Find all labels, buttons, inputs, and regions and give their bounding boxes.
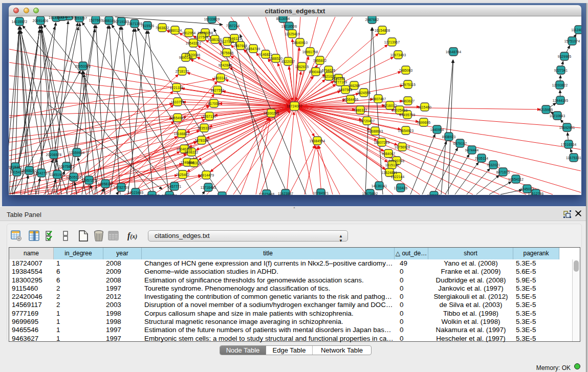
svg-text:3912954: 3912954	[182, 31, 196, 35]
svg-text:19654982: 19654982	[170, 116, 186, 120]
svg-text:2935114: 2935114	[475, 157, 488, 160]
svg-text:9115460: 9115460	[418, 105, 431, 109]
svg-text:9890144: 9890144	[179, 56, 193, 59]
svg-text:10120746: 10120746	[389, 159, 405, 163]
svg-text:9699695: 9699695	[417, 121, 431, 124]
svg-text:18724007: 18724007	[287, 104, 302, 108]
svg-text:19218506: 19218506	[281, 25, 297, 28]
svg-text:1733426: 1733426	[394, 186, 408, 190]
svg-text:19113307: 19113307	[55, 16, 70, 18]
svg-text:9463627: 9463627	[401, 99, 415, 103]
svg-text:10688603: 10688603	[367, 129, 383, 133]
svg-text:15226058: 15226058	[198, 31, 213, 35]
svg-text:9127508: 9127508	[221, 40, 234, 43]
svg-text:5878334: 5878334	[195, 139, 209, 142]
svg-text:6794028: 6794028	[322, 69, 336, 72]
svg-text:14035572: 14035572	[12, 20, 28, 24]
svg-text:10958117: 10958117	[98, 182, 113, 186]
svg-text:9329905: 9329905	[558, 55, 572, 58]
svg-text:9474444: 9474444	[465, 148, 479, 152]
svg-text:10782759: 10782759	[114, 186, 129, 189]
svg-text:9777169: 9777169	[334, 80, 347, 84]
svg-text:17359934: 17359934	[69, 151, 85, 155]
svg-text:19300295: 19300295	[264, 112, 279, 115]
svg-text:12023445: 12023445	[128, 191, 144, 194]
svg-text:10894067: 10894067	[214, 194, 230, 195]
svg-text:1522144: 1522144	[391, 175, 405, 179]
svg-text:7625402: 7625402	[176, 173, 190, 177]
svg-text:9127509: 9127509	[195, 35, 209, 39]
svg-text:10612746: 10612746	[528, 192, 544, 195]
svg-text:7986322: 7986322	[354, 108, 367, 112]
svg-text:3624554: 3624554	[357, 91, 371, 95]
svg-text:8427552: 8427552	[211, 89, 225, 92]
svg-text:7546123: 7546123	[228, 37, 242, 40]
svg-text:19166827: 19166827	[174, 132, 190, 136]
svg-text:10973493: 10973493	[390, 53, 406, 57]
svg-text:9948312: 9948312	[187, 161, 201, 165]
svg-text:12023448: 12023448	[259, 192, 275, 195]
svg-text:15720407: 15720407	[359, 119, 375, 123]
svg-text:1440954: 1440954	[430, 128, 444, 132]
svg-text:11325419: 11325419	[285, 32, 300, 36]
svg-text:10543362: 10543362	[186, 41, 202, 45]
svg-text:11124049: 11124049	[571, 28, 581, 32]
svg-text:1221338: 1221338	[170, 86, 184, 90]
svg-text:8938923: 8938923	[442, 135, 456, 139]
svg-text:12093822: 12093822	[552, 83, 568, 87]
svg-text:16033809: 16033809	[204, 17, 220, 21]
svg-text:9498222: 9498222	[185, 150, 199, 154]
svg-text:1451233: 1451233	[332, 77, 345, 80]
svg-text:6216012: 6216012	[383, 104, 397, 107]
svg-text:16648784: 16648784	[446, 50, 462, 54]
svg-text:16961758: 16961758	[302, 50, 318, 54]
svg-text:8471675: 8471675	[496, 170, 510, 174]
svg-text:9915301: 9915301	[9, 165, 23, 169]
svg-text:746266: 746266	[349, 84, 360, 87]
svg-text:16210643: 16210643	[550, 114, 565, 118]
svg-text:8322037: 8322037	[281, 60, 295, 63]
svg-text:11782736: 11782736	[162, 194, 177, 195]
svg-text:9472810: 9472810	[427, 194, 441, 195]
svg-text:3267130: 3267130	[203, 115, 216, 118]
svg-text:2867608: 2867608	[234, 44, 248, 48]
svg-text:18640910: 18640910	[292, 41, 308, 45]
svg-text:7803144: 7803144	[214, 76, 228, 80]
svg-text:14136141: 14136141	[372, 184, 387, 188]
svg-text:12213967: 12213967	[384, 40, 400, 44]
svg-text:10475892: 10475892	[362, 192, 378, 195]
svg-text:11923847: 11923847	[278, 192, 293, 195]
svg-text:17957225: 17957225	[81, 179, 97, 182]
svg-text:3875685: 3875685	[220, 51, 234, 55]
svg-text:1615132: 1615132	[385, 163, 399, 167]
svg-text:817006: 817006	[208, 102, 220, 105]
svg-text:18807249: 18807249	[374, 141, 390, 144]
svg-text:10923445: 10923445	[144, 194, 160, 195]
svg-text:9084067: 9084067	[382, 152, 396, 156]
svg-text:10654112: 10654112	[508, 178, 524, 181]
svg-text:12505115: 12505115	[66, 176, 81, 179]
svg-text:20691406: 20691406	[33, 19, 49, 23]
svg-text:10025433: 10025433	[392, 108, 408, 112]
svg-text:14495759: 14495759	[400, 113, 416, 117]
svg-text:10756928: 10756928	[395, 145, 410, 149]
svg-text:20053346: 20053346	[75, 64, 91, 68]
svg-text:10975887: 10975887	[59, 165, 75, 168]
svg-text:9227341: 9227341	[554, 69, 568, 72]
svg-text:10784921: 10784921	[313, 191, 329, 195]
svg-text:19384554: 19384554	[310, 139, 325, 143]
svg-text:11451944: 11451944	[50, 173, 65, 177]
svg-text:8813054: 8813054	[276, 17, 290, 20]
svg-text:12444195: 12444195	[553, 99, 569, 102]
svg-text:12975115: 12975115	[400, 83, 416, 86]
svg-text:20364436: 20364436	[343, 98, 359, 101]
svg-text:7663822: 7663822	[156, 26, 169, 30]
svg-text:11675331: 11675331	[566, 156, 581, 160]
svg-text:1588520: 1588520	[269, 57, 283, 60]
svg-text:9245032: 9245032	[520, 187, 534, 191]
svg-text:13654923: 13654923	[398, 129, 414, 133]
svg-text:8990448: 8990448	[309, 70, 323, 74]
svg-text:7485063: 7485063	[399, 69, 413, 72]
svg-text:7357214: 7357214	[226, 24, 240, 28]
svg-text:1362615: 1362615	[295, 65, 309, 69]
